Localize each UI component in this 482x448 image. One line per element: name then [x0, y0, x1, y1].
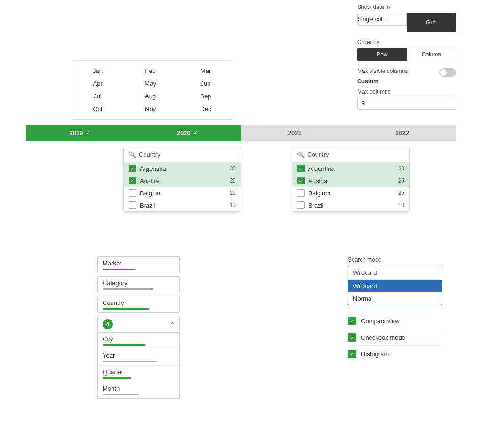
dim-bar [103, 288, 153, 290]
filter-row[interactable]: ✓Austria25 [124, 175, 241, 187]
filter-item-name: Brazil [140, 202, 155, 209]
filter-item-name: Austria [308, 177, 327, 184]
search-mode-option-normal[interactable]: Normal [348, 292, 442, 305]
filter-row[interactable]: ✓Austria25 [292, 175, 409, 187]
year-item-2020[interactable]: 2020 ✓ [134, 125, 241, 141]
single-col-button[interactable]: Single col... [357, 13, 407, 26]
filter-item-name: Belgium [308, 190, 330, 197]
check-icon: ✓ [86, 130, 90, 136]
year-item-2019[interactable]: 2019 ✓ [26, 125, 134, 141]
month-cell[interactable]: Sep [179, 90, 233, 103]
year-item-2022[interactable]: 2022 [349, 125, 457, 141]
dim-child-month[interactable]: Month [98, 382, 179, 398]
show-data-label: Show data in [357, 4, 456, 10]
dim-bar [103, 269, 135, 270]
dim-child-bar [103, 344, 146, 346]
search-mode-label: Search mode [348, 256, 442, 263]
filter-checkbox[interactable]: ✓ [129, 165, 136, 172]
dim-group-header[interactable]: 4 ⌃ [97, 316, 180, 333]
filter-input-right[interactable] [307, 151, 404, 158]
dim-item-category[interactable]: Category [97, 276, 180, 293]
month-grid: JanFebMarAprMayJunJulAugSepOctNovDec [73, 60, 233, 120]
option-label: Checkbox mode [361, 334, 405, 341]
filter-row[interactable]: Brazil10 [124, 199, 241, 211]
dim-item-market[interactable]: Market [97, 256, 180, 273]
max-columns-input[interactable] [357, 97, 456, 110]
filter-item-name: Belgium [140, 190, 162, 197]
search-mode-panel: Search mode WildcardWildcardNormal ✓Comp… [348, 256, 442, 362]
max-visible-label: Max visible columns [357, 68, 408, 74]
top-right-panel: Show data in Single col... Grid Order by… [357, 4, 456, 110]
year-item-2021[interactable]: 2021 [241, 125, 349, 141]
filter-item-count: 30 [398, 165, 404, 172]
filter-search-right: 🔍 [292, 147, 409, 162]
filter-checkbox[interactable] [129, 189, 136, 197]
option-checkbox[interactable]: ✓ [348, 333, 356, 342]
option-checkbox[interactable]: ✓ [348, 317, 356, 325]
filter-row[interactable]: ✓Argentina30 [292, 162, 409, 175]
filter-item-count: 25 [230, 190, 236, 196]
month-cell[interactable]: Jul [73, 90, 122, 103]
order-by-btn-group: Row Column [357, 48, 456, 61]
check-icon: ✓ [193, 130, 198, 136]
filter-row[interactable]: Belgium25 [124, 187, 241, 199]
month-cell[interactable]: Dec [179, 103, 233, 115]
month-cell[interactable]: Feb [122, 64, 179, 77]
dim-bar [103, 308, 149, 310]
filter-item-count: 30 [230, 165, 236, 172]
filter-row[interactable]: Brazil10 [292, 199, 409, 211]
dim-item-country[interactable]: Country [97, 296, 180, 313]
search-mode-dropdown[interactable]: WildcardWildcardNormal [348, 266, 442, 305]
search-mode-selected[interactable]: Wildcard [348, 266, 442, 280]
max-visible-row: Max visible columns [357, 68, 456, 77]
filter-item-name: Argentina [140, 165, 166, 172]
month-cell[interactable]: May [122, 77, 179, 90]
search-icon-left: 🔍 [129, 151, 136, 158]
month-cell[interactable]: Oct [73, 103, 122, 115]
column-button[interactable]: Column [407, 48, 456, 61]
filter-checkbox[interactable] [297, 189, 305, 197]
month-cell[interactable]: Nov [122, 103, 179, 115]
filter-panel-right: 🔍 ✓Argentina30✓Austria25Belgium25Brazil1… [292, 147, 410, 212]
dim-child-city[interactable]: City [98, 333, 179, 349]
show-data-btn-group: Single col... Grid [357, 13, 456, 32]
filter-item-name: Austria [140, 177, 159, 184]
dim-group-children: CityYearQuarterMonth [97, 333, 180, 399]
dim-child-bar [103, 394, 139, 395]
filter-checkbox[interactable]: ✓ [129, 177, 136, 184]
option-label: Compact view [361, 318, 400, 325]
option-label: Histogram [361, 351, 389, 358]
option-row: ✓Checkbox mode [348, 329, 442, 346]
chevron-up-icon: ⌃ [170, 321, 175, 328]
filter-item-count: 25 [398, 177, 404, 184]
dim-child-bar [103, 361, 157, 362]
month-cell[interactable]: Aug [122, 90, 179, 103]
month-cell[interactable]: Apr [73, 77, 122, 90]
option-row: ✓Histogram [348, 346, 442, 362]
filter-input-left[interactable] [139, 151, 236, 158]
max-columns-label: Max columns [357, 88, 456, 95]
search-mode-option-wildcard[interactable]: Wildcard [348, 280, 442, 292]
month-cell[interactable]: Jun [179, 77, 233, 90]
filter-checkbox[interactable] [129, 201, 136, 209]
filter-item-count: 10 [398, 202, 404, 208]
grid-button[interactable]: Grid [407, 13, 456, 32]
filter-checkbox[interactable] [297, 201, 305, 209]
custom-label: Custom [357, 78, 456, 85]
filter-item-name: Argentina [308, 165, 335, 172]
filter-row[interactable]: Belgium25 [292, 187, 409, 199]
filter-row[interactable]: ✓Argentina30 [124, 162, 241, 175]
month-cell[interactable]: Jan [73, 64, 122, 77]
dimension-list: MarketCategoryCountry 4 ⌃ CityYearQuarte… [97, 256, 180, 401]
max-visible-toggle[interactable] [439, 68, 456, 77]
filter-checkbox[interactable]: ✓ [297, 165, 305, 172]
filter-checkbox[interactable]: ✓ [297, 177, 305, 184]
row-button[interactable]: Row [357, 48, 407, 61]
month-cell[interactable]: Mar [179, 64, 233, 77]
filter-item-count: 10 [230, 202, 236, 208]
option-checkbox[interactable]: ✓ [348, 350, 356, 358]
dim-child-quarter[interactable]: Quarter [98, 366, 179, 382]
dim-child-bar [103, 377, 131, 379]
search-icon-right: 🔍 [297, 151, 305, 158]
dim-child-year[interactable]: Year [98, 349, 179, 366]
